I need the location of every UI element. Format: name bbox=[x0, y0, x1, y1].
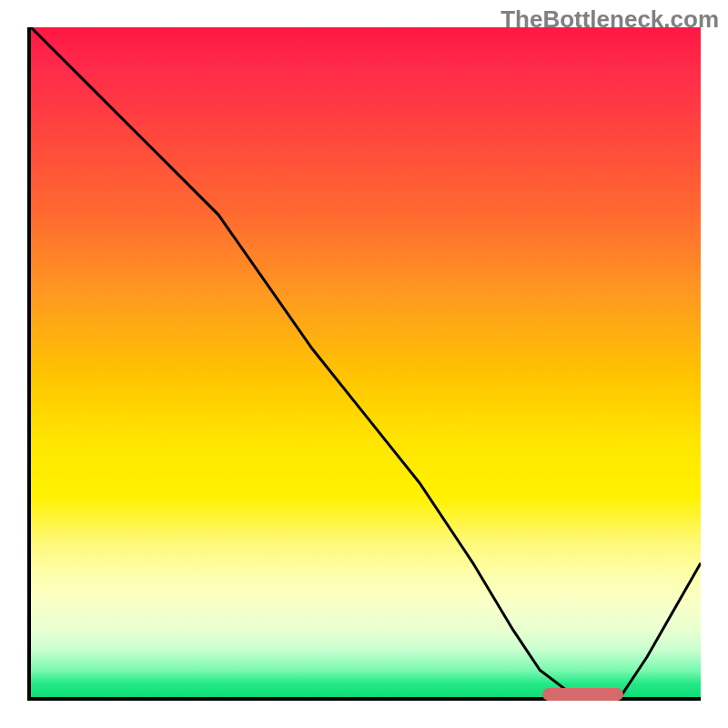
curve-path bbox=[31, 27, 701, 697]
bottleneck-curve bbox=[31, 27, 701, 697]
chart-plot-area bbox=[27, 27, 701, 701]
optimal-range-marker bbox=[542, 688, 623, 701]
